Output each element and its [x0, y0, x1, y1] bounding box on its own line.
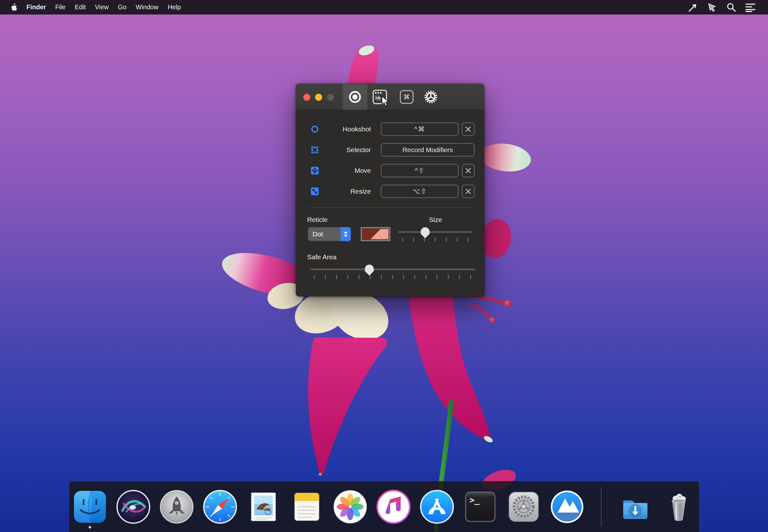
menu-item-edit[interactable]: Edit — [74, 0, 86, 14]
reticle-color-well[interactable] — [361, 227, 390, 241]
dock-item-trash[interactable] — [661, 489, 697, 525]
move-shortcut-field[interactable]: ^⇧ — [381, 164, 459, 177]
dock-item-mountain-app[interactable] — [549, 489, 585, 525]
reticle-style-dropdown[interactable]: Dot — [308, 227, 351, 241]
size-slider[interactable] — [398, 227, 473, 242]
hookshot-label: Hookshot — [296, 122, 371, 136]
dock-item-finder[interactable] — [72, 489, 108, 525]
hookshot-clear-button[interactable] — [462, 122, 475, 136]
record-modifiers-button[interactable]: Record Modifiers — [381, 143, 475, 157]
record-circle-icon — [349, 91, 361, 103]
desktop: Finder File Edit View Go Window Help — [0, 0, 768, 532]
dock-item-terminal[interactable]: >_ — [462, 489, 498, 525]
move-label: Move — [296, 164, 371, 178]
slider-tick — [425, 275, 426, 279]
slider-tick — [392, 275, 393, 279]
command-key-icon: ⌘ — [399, 90, 414, 104]
apple-menu[interactable] — [11, 3, 18, 11]
dock-item-notes[interactable] — [289, 489, 325, 525]
slider-tick — [437, 275, 438, 279]
close-button[interactable] — [303, 94, 310, 101]
reticle-label: Reticle — [307, 216, 328, 224]
shortcut-row-hookshot: Hookshot ^⌘ — [296, 122, 484, 136]
size-slider-track[interactable] — [398, 231, 473, 233]
safe-area-slider[interactable] — [310, 264, 475, 279]
move-clear-button[interactable] — [462, 164, 475, 177]
slider-tick — [424, 238, 425, 242]
menu-item-go[interactable]: Go — [117, 0, 127, 14]
dock-item-photos[interactable] — [332, 489, 368, 525]
gear-icon — [423, 89, 439, 105]
svg-text:>_: >_ — [469, 495, 480, 505]
safe-area-slider-track[interactable] — [310, 269, 475, 270]
running-indicator — [89, 526, 91, 528]
slider-tick — [325, 275, 326, 279]
shortcut-row-move: Move ^⇧ — [296, 164, 484, 178]
dock: >_ — [69, 481, 699, 532]
pointer-icon[interactable] — [707, 2, 718, 13]
resize-clear-button[interactable] — [462, 185, 475, 198]
dock-item-safari[interactable] — [202, 489, 238, 525]
slider-tick — [435, 238, 436, 242]
safe-area-label: Safe Area — [307, 253, 336, 261]
reticle-color-swatch — [363, 229, 388, 239]
dock-item-mail[interactable] — [246, 489, 281, 525]
x-icon — [465, 168, 471, 174]
dock-item-downloads[interactable] — [617, 489, 653, 525]
slider-tick — [459, 275, 460, 279]
dock-item-siri[interactable] — [115, 489, 151, 525]
slider-tick — [336, 275, 337, 279]
slider-tick — [314, 275, 315, 279]
minimize-button[interactable] — [315, 94, 322, 101]
slider-tick — [457, 238, 458, 242]
hookshot-shortcut-field[interactable]: ^⌘ — [381, 122, 459, 136]
dock-divider — [601, 487, 602, 527]
dock-item-app-store[interactable] — [419, 489, 455, 525]
notification-center-icon[interactable] — [745, 2, 756, 13]
dock-item-system-preferences[interactable] — [506, 489, 542, 525]
section-divider — [307, 207, 473, 208]
shortcut-row-resize: Resize ⌥⇧ — [296, 184, 484, 198]
mouse-cursor — [381, 96, 391, 107]
size-slider-thumb[interactable] — [420, 227, 430, 239]
menu-item-file[interactable]: File — [55, 0, 66, 14]
search-icon[interactable] — [726, 2, 737, 13]
x-icon — [465, 188, 471, 194]
slider-tick — [448, 275, 449, 279]
resize-label: Resize — [296, 184, 371, 198]
dock-item-itunes[interactable] — [376, 489, 411, 525]
safe-area-slider-ticks — [314, 275, 471, 279]
tab-shortcuts[interactable]: ⌘ — [394, 84, 419, 110]
slider-tick — [370, 275, 371, 279]
slider-tick — [468, 238, 469, 242]
tab-record[interactable] — [343, 84, 367, 110]
slider-tick — [413, 238, 414, 242]
size-slider-ticks — [402, 238, 469, 242]
reticle-style-value: Dot — [308, 230, 341, 238]
dock-item-launchpad[interactable] — [159, 489, 195, 525]
chevron-up-down-icon — [341, 227, 351, 241]
menu-item-view[interactable]: View — [94, 0, 109, 14]
x-icon — [465, 126, 471, 132]
size-label: Size — [398, 216, 473, 224]
slider-tick — [402, 238, 403, 242]
slider-tick — [347, 275, 348, 279]
tab-settings[interactable] — [418, 84, 443, 110]
slider-tick — [358, 275, 359, 279]
svg-text:⌘: ⌘ — [403, 93, 410, 101]
hookshot-preferences-window: ⌘ Hookshot ^⌘ — [296, 84, 484, 296]
slider-tick — [470, 275, 471, 279]
menu-item-window[interactable]: Window — [135, 0, 159, 14]
safe-area-slider-thumb[interactable] — [365, 264, 374, 276]
menu-item-finder[interactable]: Finder — [26, 0, 47, 14]
menu-item-help[interactable]: Help — [167, 0, 181, 14]
slider-tick — [381, 275, 382, 279]
slider-tick — [403, 275, 404, 279]
shortcut-row-selector: Selector Record Modifiers — [296, 143, 484, 157]
slider-tick — [414, 275, 415, 279]
resize-shortcut-field[interactable]: ⌥⇧ — [381, 185, 459, 198]
hookshot-arrow-icon[interactable] — [688, 2, 698, 13]
menu-bar: Finder File Edit View Go Window Help — [0, 0, 768, 14]
slider-tick — [446, 238, 447, 242]
selector-label: Selector — [296, 143, 371, 157]
